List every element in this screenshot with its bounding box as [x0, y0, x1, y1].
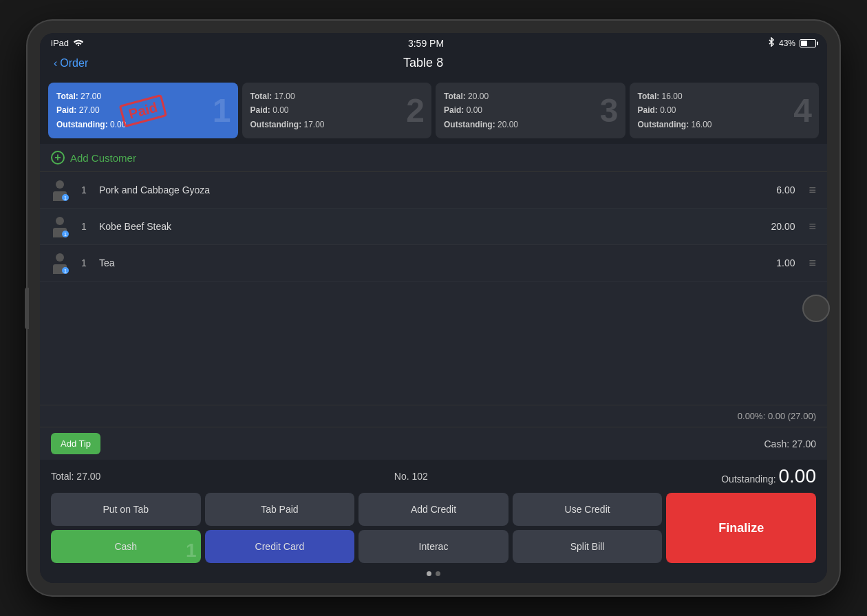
outstanding-display: Outstanding: 0.00 — [721, 465, 816, 487]
avatar-3: 1 — [51, 252, 69, 274]
item2-price: 20.00 — [760, 221, 795, 232]
total-label: Total: — [51, 471, 74, 482]
split-card-number-3: 3 — [600, 94, 619, 127]
item3-price: 1.00 — [760, 257, 795, 268]
split-cards: 1 Total: 27.00 Paid: 27.00 Outstanding: … — [40, 77, 827, 144]
finalize-button[interactable]: Finalize — [666, 493, 816, 563]
page-dot-2 — [436, 571, 440, 576]
battery-icon — [800, 39, 816, 47]
battery-percent: 43% — [779, 39, 795, 48]
card1-outstanding: 0.00 — [110, 120, 126, 129]
item1-name: Pork and Cabbage Gyoza — [99, 184, 752, 195]
card1-total: 27.00 — [81, 92, 101, 101]
order-item-3: 1 1 Tea 1.00 ≡ — [40, 245, 827, 282]
split-card-number-2: 2 — [406, 94, 425, 127]
card2-total: 17.00 — [275, 92, 295, 101]
page-dot-1 — [427, 571, 431, 576]
card4-total: 16.00 — [662, 92, 683, 101]
volume-button — [25, 288, 29, 329]
card2-paid: 0.00 — [272, 105, 288, 115]
split-card-text-4: Total: 16.00 Paid: 0.00 Outstanding: 16.… — [638, 89, 811, 131]
svg-point-0 — [78, 45, 79, 46]
item1-menu-icon[interactable]: ≡ — [809, 183, 816, 198]
back-chevron-icon: ‹ — [54, 57, 57, 70]
split-card-text-2: Total: 17.00 Paid: 0.00 Outstanding: 17.… — [250, 89, 424, 131]
cash-number: 1 — [186, 541, 197, 560]
add-tip-button[interactable]: Add Tip — [51, 433, 100, 454]
cash-row: Add Tip Cash: 27.00 — [40, 427, 827, 460]
add-customer-row[interactable]: + Add Customer — [40, 144, 827, 172]
tab-paid-button[interactable]: Tab Paid — [205, 493, 355, 526]
put-on-tab-button[interactable]: Put on Tab — [51, 493, 201, 526]
cash-label: Cash: 27.00 — [764, 438, 817, 449]
card4-paid: 0.00 — [660, 105, 676, 115]
status-bar: iPad 3:59 PM 43% — [40, 33, 827, 53]
add-customer-label: Add Customer — [70, 152, 136, 164]
bluetooth-icon — [768, 37, 775, 49]
interac-button[interactable]: Interac — [358, 530, 509, 563]
totals-row: 0.00%: 0.00 (27.00) — [40, 405, 827, 427]
status-time: 3:59 PM — [408, 38, 444, 49]
bottom-bar: Total: 27.00 No. 102 Outstanding: 0.00 P… — [40, 460, 827, 583]
nav-title: Table 8 — [403, 56, 443, 70]
use-credit-button[interactable]: Use Credit — [513, 493, 663, 526]
total-value: 27.00 — [76, 471, 100, 482]
bottom-totals: Total: 27.00 No. 102 Outstanding: 0.00 — [51, 465, 816, 493]
add-credit-button[interactable]: Add Credit — [358, 493, 509, 526]
item1-qty: 1 — [77, 184, 91, 195]
split-bill-button[interactable]: Split Bill — [513, 530, 663, 563]
item3-name: Tea — [99, 257, 752, 268]
cash-label-btn: Cash — [114, 541, 137, 552]
split-card-3[interactable]: 3 Total: 20.00 Paid: 0.00 Outstanding: 2… — [436, 83, 625, 138]
order-items-list: 1 1 Pork and Cabbage Gyoza 6.00 ≡ 1 1 Ko… — [40, 172, 827, 405]
item2-menu-icon[interactable]: ≡ — [809, 220, 816, 234]
back-button[interactable]: ‹ Order — [54, 57, 88, 70]
item2-qty: 1 — [77, 221, 91, 232]
ipad-frame: iPad 3:59 PM 43% — [28, 21, 839, 595]
outstanding-label: Outstanding: — [721, 474, 775, 485]
item1-price: 6.00 — [760, 184, 795, 195]
card3-total: 20.00 — [468, 92, 489, 101]
item2-name: Kobe Beef Steak — [99, 221, 752, 232]
credit-card-button[interactable]: Credit Card — [205, 530, 355, 563]
split-card-text-1: Total: 27.00 Paid: 27.00 Outstanding: 0.… — [56, 89, 230, 131]
card1-paid: 27.00 — [79, 105, 100, 115]
order-item-1: 1 1 Pork and Cabbage Gyoza 6.00 ≡ — [40, 172, 827, 209]
item3-qty: 1 — [77, 257, 91, 268]
main-content: + Add Customer 1 1 Pork and Cabbage Gyoz… — [40, 144, 827, 460]
tip-amount: 0.00%: 0.00 (27.00) — [738, 411, 816, 421]
payment-buttons: Put on Tab Tab Paid Add Credit Use Credi… — [51, 493, 816, 563]
split-card-4[interactable]: 4 Total: 16.00 Paid: 0.00 Outstanding: 1… — [630, 83, 820, 138]
device-name: iPad — [51, 38, 69, 48]
status-right: 43% — [768, 37, 816, 49]
split-card-1[interactable]: 1 Total: 27.00 Paid: 27.00 Outstanding: … — [48, 83, 238, 138]
outstanding-value: 0.00 — [778, 465, 816, 487]
split-card-2[interactable]: 2 Total: 17.00 Paid: 0.00 Outstanding: 1… — [242, 83, 432, 138]
avatar-1: 1 — [51, 179, 69, 201]
status-left: iPad — [51, 38, 84, 48]
battery-fill — [801, 41, 807, 46]
page-dots — [51, 569, 816, 580]
split-card-text-3: Total: 20.00 Paid: 0.00 Outstanding: 20.… — [444, 89, 617, 131]
wifi-icon — [73, 38, 84, 48]
avatar-2: 1 — [51, 215, 69, 237]
card4-outstanding: 16.00 — [692, 120, 712, 129]
back-label: Order — [60, 57, 88, 70]
cash-button[interactable]: Cash 1 — [51, 530, 201, 563]
add-customer-icon: + — [51, 151, 65, 164]
card3-outstanding: 20.00 — [497, 120, 518, 129]
home-button[interactable] — [802, 295, 830, 322]
split-card-number-1: 1 — [213, 94, 231, 127]
order-item-2: 1 1 Kobe Beef Steak 20.00 ≡ — [40, 209, 827, 245]
split-card-number-4: 4 — [793, 94, 812, 127]
total-display: Total: 27.00 — [51, 471, 100, 482]
item3-menu-icon[interactable]: ≡ — [809, 256, 816, 270]
card2-outstanding: 17.00 — [304, 120, 325, 129]
nav-bar: ‹ Order Table 8 — [40, 53, 827, 77]
ipad-screen: iPad 3:59 PM 43% — [40, 33, 827, 583]
order-number: No. 102 — [394, 471, 428, 482]
card3-paid: 0.00 — [467, 105, 482, 115]
